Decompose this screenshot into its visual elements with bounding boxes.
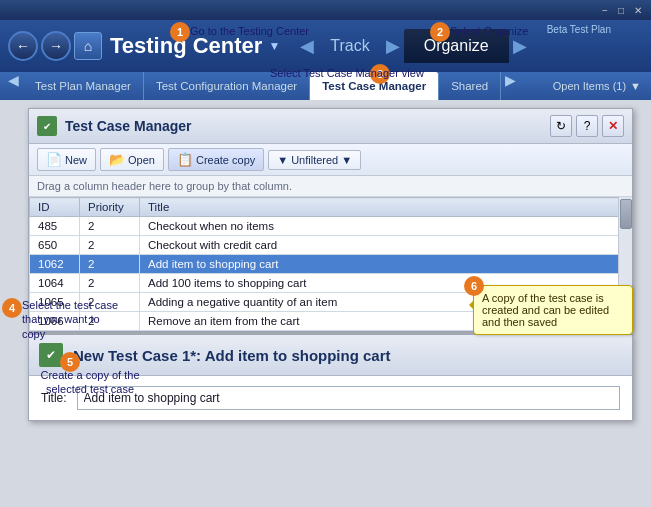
tcm-titlebar: ✔ Test Case Manager ↻ ? ✕ — [29, 109, 632, 144]
cell-priority: 2 — [80, 217, 140, 236]
step-2-circle: 2 — [430, 22, 450, 42]
cell-title: Add item to shopping cart — [140, 255, 632, 274]
cell-title: Checkout with credit card — [140, 236, 632, 255]
home-button[interactable]: ⌂ — [74, 32, 102, 60]
cell-id: 1064 — [30, 274, 80, 293]
close-window-button[interactable]: ✕ — [629, 5, 647, 16]
tcm-window-buttons: ↻ ? ✕ — [550, 115, 624, 137]
tcm-help-button[interactable]: ? — [576, 115, 598, 137]
step-1-label: Go to the Testing Center — [190, 25, 309, 37]
drag-hint: Drag a column header here to group by th… — [29, 176, 632, 197]
open-items-dropdown[interactable]: ▼ — [630, 80, 641, 92]
step-6-circle: 6 — [464, 276, 484, 296]
step-3-label: Select Test Case Manager view — [270, 67, 424, 79]
step-1-circle: 1 — [170, 22, 190, 42]
step-4-label: Select the test case that you want to co… — [22, 298, 122, 341]
cell-priority: 2 — [80, 255, 140, 274]
cell-id: 650 — [30, 236, 80, 255]
new-tc-title: New Test Case 1*: Add item to shopping c… — [73, 347, 391, 364]
open-icon: 📂 — [109, 152, 125, 167]
title-field-input[interactable] — [77, 386, 620, 410]
table-row[interactable]: 6502Checkout with credit card — [30, 236, 632, 255]
left-chevron[interactable]: ◀ — [296, 35, 318, 57]
tab-left-chevron[interactable]: ◀ — [4, 72, 23, 100]
step-5-label: Create a copy of the selected test case — [30, 368, 150, 397]
callout-6: 6 A copy of the test case is created and… — [473, 285, 633, 335]
title-dropdown[interactable]: ▼ — [268, 39, 280, 53]
step-4-circle: 4 — [2, 298, 22, 318]
tcm-window-title: Test Case Manager — [65, 118, 550, 134]
col-id[interactable]: ID — [30, 198, 80, 217]
create-copy-button[interactable]: 📋 Create copy — [168, 148, 264, 171]
main-content: 4 Select the test case that you want to … — [0, 100, 651, 507]
right-chevron-1[interactable]: ▶ — [382, 35, 404, 57]
col-priority[interactable]: Priority — [80, 198, 140, 217]
tcm-window-icon: ✔ — [37, 116, 57, 136]
app-header: 1 Go to the Testing Center 2 Select Orga… — [0, 20, 651, 72]
beta-label: Beta Test Plan — [547, 24, 611, 35]
tab-test-plan-manager[interactable]: Test Plan Manager — [23, 72, 144, 100]
forward-button[interactable]: → — [41, 31, 71, 61]
scrollbar-thumb[interactable] — [620, 199, 632, 229]
cell-priority: 2 — [80, 274, 140, 293]
back-button[interactable]: ← — [8, 31, 38, 61]
tab-shared[interactable]: Shared — [439, 72, 501, 100]
right-chevron-2[interactable]: ▶ — [509, 35, 531, 57]
cell-priority: 2 — [80, 236, 140, 255]
filter-icon: ▼ — [277, 154, 288, 166]
cell-id: 1062 — [30, 255, 80, 274]
new-button[interactable]: 📄 New — [37, 148, 96, 171]
tcm-refresh-button[interactable]: ↻ — [550, 115, 572, 137]
new-icon: 📄 — [46, 152, 62, 167]
step-2-label: Select Organize — [450, 25, 528, 37]
tab-right-chevron[interactable]: ▶ — [501, 72, 520, 100]
minimize-button[interactable]: − — [597, 5, 613, 16]
table-row[interactable]: 10622Add item to shopping cart — [30, 255, 632, 274]
open-button[interactable]: 📂 Open — [100, 148, 164, 171]
open-items: Open Items (1) ▼ — [553, 72, 647, 100]
maximize-button[interactable]: □ — [613, 5, 629, 16]
title-bar: − □ ✕ — [0, 0, 651, 20]
col-title[interactable]: Title — [140, 198, 632, 217]
filter-dropdown-arrow: ▼ — [341, 154, 352, 166]
copy-icon: 📋 — [177, 152, 193, 167]
tcm-toolbar: 📄 New 📂 Open 📋 Create copy ▼ Unfiltered … — [29, 144, 632, 176]
tcm-close-button[interactable]: ✕ — [602, 115, 624, 137]
cell-id: 485 — [30, 217, 80, 236]
callout-6-text: A copy of the test case is created and c… — [482, 292, 609, 328]
track-tab[interactable]: Track — [318, 37, 381, 55]
table-row[interactable]: 4852Checkout when no items — [30, 217, 632, 236]
cell-title: Checkout when no items — [140, 217, 632, 236]
filter-button[interactable]: ▼ Unfiltered ▼ — [268, 150, 361, 170]
